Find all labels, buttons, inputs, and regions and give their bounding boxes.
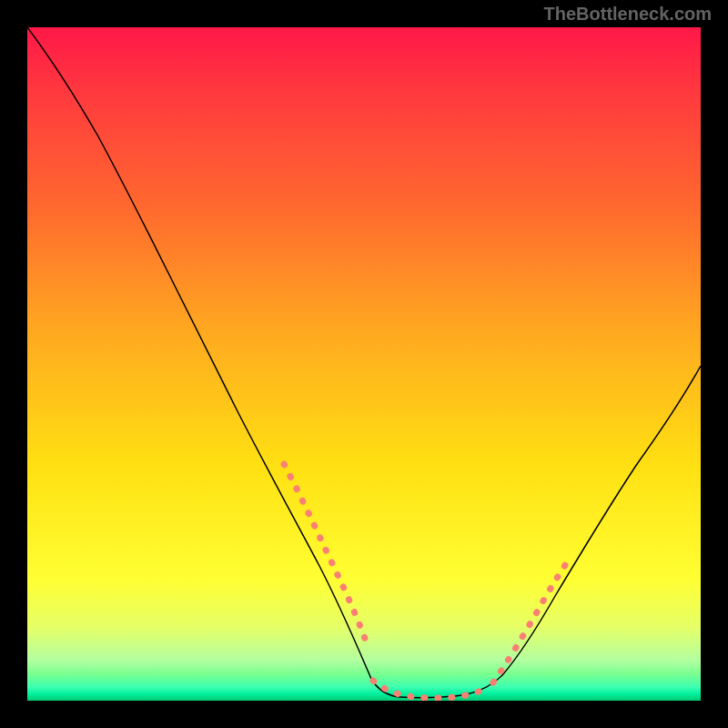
watermark: TheBottleneck.com: [544, 4, 712, 25]
chart-frame: TheBottleneck.com: [0, 0, 728, 728]
plot-area: [27, 27, 701, 701]
gradient-fill: [27, 27, 701, 701]
